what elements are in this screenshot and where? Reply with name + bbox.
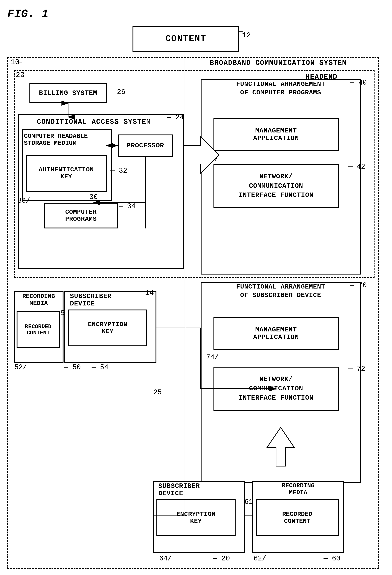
content-box: CONTENT bbox=[132, 26, 239, 51]
recorded-content-label-2a: RECORDED bbox=[282, 511, 312, 518]
ncif-label-1b: COMMUNICATION bbox=[249, 181, 303, 191]
encryption-key-label-2a: ENCRYPTION bbox=[176, 511, 216, 518]
ref-32: — 32 bbox=[110, 167, 127, 175]
billing-system-box: BILLING SYSTEM bbox=[29, 83, 107, 103]
ref-40: — 40 bbox=[350, 79, 367, 87]
recording-media-label-2b: MEDIA bbox=[254, 489, 342, 496]
subscriber-device-label-2a: SUBSCRIBER bbox=[158, 482, 200, 490]
billing-system-label: BILLING SYSTEM bbox=[39, 89, 97, 97]
recorded-content-label-2b: CONTENT bbox=[284, 518, 310, 525]
computer-programs-label-1: COMPUTER bbox=[65, 209, 97, 216]
recording-media-label-2a: RECORDING bbox=[254, 482, 342, 489]
ncif-label-2c: INTERFACE FUNCTION bbox=[239, 393, 314, 403]
figure-label: FIG. 1 bbox=[7, 7, 48, 21]
ref-26: — 26 bbox=[109, 88, 125, 96]
broadband-system-label: BROADBAND COMMUNICATION SYSTEM bbox=[210, 59, 347, 67]
recorded-content-label-1a: RECORDED bbox=[25, 324, 51, 330]
management-app-label-2a: MANAGEMENT bbox=[255, 326, 297, 334]
ref-54: — 54 bbox=[92, 363, 109, 371]
auth-key-box: AUTHENTICATION KEY bbox=[26, 155, 107, 192]
computer-programs-box: COMPUTER PROGRAMS bbox=[44, 203, 118, 228]
encryption-key-box-1: ENCRYPTION KEY bbox=[68, 310, 147, 346]
ncif-box-2: NETWORK/ COMMUNICATION INTERFACE FUNCTIO… bbox=[214, 367, 339, 411]
ref-74: 74/ bbox=[206, 353, 219, 361]
processor-label: PROCESSOR bbox=[127, 142, 164, 149]
facp-label: FUNCTIONAL ARRANGEMENT OF COMPUTER PROGR… bbox=[202, 80, 359, 97]
subscriber-device-label-1b: DEVICE bbox=[70, 300, 95, 308]
fasd-label: FUNCTIONAL ARRANGEMENT OF SUBSCRIBER DEV… bbox=[202, 283, 359, 300]
ref-10-arrow: ⌐ bbox=[18, 59, 22, 67]
crsm-label-1: COMPUTER READABLE bbox=[24, 133, 88, 140]
ref-72: — 72 bbox=[348, 365, 365, 373]
ref-12: 12 bbox=[242, 31, 251, 40]
ref-30: — 30 bbox=[81, 193, 98, 201]
recorded-content-label-1b: CONTENT bbox=[26, 330, 50, 336]
subscriber-device-label-1a: SUBSCRIBER bbox=[70, 292, 111, 300]
ref-60: — 60 bbox=[324, 554, 340, 562]
ref-22-arrow: ⌐ bbox=[23, 72, 27, 79]
ref-64: 64/ bbox=[159, 554, 172, 562]
ref-44: 44/ bbox=[206, 155, 219, 163]
management-app-label-1a: MANAGEMENT bbox=[255, 127, 297, 135]
encryption-key-box-2: ENCRYPTION KEY bbox=[156, 499, 236, 536]
ref-52: 52/ bbox=[14, 363, 27, 371]
encryption-key-label-1b: KEY bbox=[102, 328, 113, 335]
ref-24: — 24 bbox=[167, 114, 184, 121]
ref-70: — 70 bbox=[350, 281, 367, 289]
ncif-box-1: NETWORK/ COMMUNICATION INTERFACE FUNCTIO… bbox=[214, 164, 339, 208]
ncif-label-1c: INTERFACE FUNCTION bbox=[239, 191, 314, 200]
recording-media-label-1b: MEDIA bbox=[16, 300, 62, 307]
management-app-label-1b: APPLICATION bbox=[253, 135, 299, 142]
ncif-label-2b: COMMUNICATION bbox=[249, 384, 303, 393]
recorded-content-box-2: RECORDED CONTENT bbox=[256, 499, 339, 536]
facp-label-1: FUNCTIONAL ARRANGEMENT bbox=[236, 80, 325, 88]
management-app-box-2: MANAGEMENT APPLICATION bbox=[214, 317, 339, 350]
auth-key-label-1: AUTHENTICATION bbox=[39, 166, 94, 173]
fasd-label-1: FUNCTIONAL ARRANGEMENT bbox=[236, 283, 325, 290]
crsm-label-2: STORAGE MEDIUM bbox=[24, 140, 77, 147]
encryption-key-label-1a: ENCRYPTION bbox=[88, 321, 127, 328]
ref-34: — 34 bbox=[119, 202, 135, 210]
fasd-label-2: OF SUBSCRIBER DEVICE bbox=[240, 292, 321, 299]
encryption-key-label-2b: KEY bbox=[190, 518, 202, 525]
management-app-box-1: MANAGEMENT APPLICATION bbox=[214, 118, 339, 151]
computer-programs-label-2: PROGRAMS bbox=[65, 216, 97, 223]
content-label: CONTENT bbox=[165, 34, 206, 44]
ref-14: — 14 bbox=[136, 289, 154, 297]
ref-12-dash: — bbox=[239, 28, 243, 36]
ref-62: 62/ bbox=[254, 554, 266, 562]
cas-label: CONDITIONAL ACCESS SYSTEM bbox=[37, 118, 151, 126]
ref-50: — 50 bbox=[64, 363, 81, 371]
ncif-label-2a: NETWORK/ bbox=[260, 375, 293, 384]
ref-36: 36/ bbox=[18, 197, 30, 205]
diagram-container: FIG. 1 CONTENT 12 — BROADBAND COMMUNICAT… bbox=[7, 7, 385, 571]
management-app-label-2b: APPLICATION bbox=[253, 334, 299, 341]
ref-25: 25 bbox=[153, 388, 162, 396]
recording-media-label-1a: RECORDING bbox=[16, 293, 62, 300]
ncif-label-1a: NETWORK/ bbox=[260, 172, 293, 181]
subscriber-device-label-2b: DEVICE bbox=[158, 490, 183, 497]
facp-label-2: OF COMPUTER PROGRAMS bbox=[240, 89, 321, 96]
recorded-content-box-1: RECORDED CONTENT bbox=[17, 311, 60, 348]
processor-box: PROCESSOR bbox=[118, 135, 173, 157]
ref-42: — 42 bbox=[348, 163, 365, 171]
auth-key-label-2: KEY bbox=[60, 173, 72, 180]
ref-20: — 20 bbox=[213, 554, 230, 562]
